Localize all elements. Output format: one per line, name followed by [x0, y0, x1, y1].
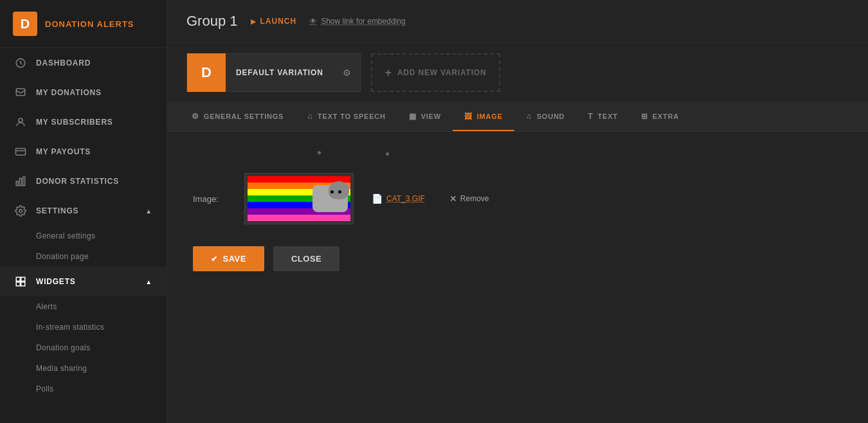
- cat-head: [329, 181, 349, 199]
- tab-general-settings[interactable]: ⚙ GENERAL SETTINGS: [180, 103, 295, 131]
- sidebar-label-my-subscribers: My Subscribers: [36, 118, 113, 127]
- svg-rect-10: [21, 277, 25, 281]
- svg-rect-11: [16, 282, 20, 286]
- tab-text[interactable]: T TEXT: [576, 103, 629, 131]
- variation-thumb: D: [187, 53, 226, 92]
- svg-rect-1: [16, 89, 25, 96]
- sidebar: D DONATION ALERTS Dashboard My Donations…: [0, 0, 167, 423]
- tab-gear-icon: ⚙: [192, 112, 199, 121]
- chevron-up-icon: ▲: [145, 208, 152, 215]
- sidebar-item-donation-goals[interactable]: Donation goals: [0, 338, 167, 358]
- tab-music-icon: ♫: [307, 112, 313, 121]
- plus-icon: +: [385, 66, 392, 80]
- tab-text-icon: T: [588, 112, 593, 121]
- launch-button[interactable]: ▶ LAUNCH: [251, 17, 297, 26]
- message-icon: [14, 86, 27, 99]
- gear-icon: [14, 204, 27, 217]
- sidebar-label-donor-statistics: Donor Statistics: [36, 177, 119, 186]
- image-preview: [244, 173, 354, 224]
- file-name[interactable]: CAT_3.GIF: [386, 194, 425, 203]
- variation-label: DEFAULT VARIATION: [226, 68, 334, 77]
- remove-x-icon: ✕: [449, 194, 457, 204]
- eye-icon: 👁: [309, 17, 317, 26]
- sidebar-item-alerts[interactable]: Alerts: [0, 296, 167, 317]
- variation-gear-icon[interactable]: ⚙: [334, 68, 360, 78]
- sidebar-item-my-donations[interactable]: My Donations: [0, 78, 167, 107]
- save-button[interactable]: ✔ SAVE: [193, 246, 264, 271]
- tab-sound-icon: ♫: [526, 112, 532, 121]
- dot-decoration-1: [386, 152, 389, 156]
- svg-rect-12: [21, 282, 25, 286]
- widgets-sub-nav: Alerts In-stream statistics Donation goa…: [0, 296, 167, 399]
- sidebar-item-my-payouts[interactable]: My Payouts: [0, 137, 167, 166]
- svg-rect-5: [16, 181, 18, 186]
- dot-decoration-2: [318, 151, 321, 154]
- group-title: Group 1: [186, 13, 238, 30]
- sidebar-item-widgets[interactable]: Widgets ▲: [0, 267, 167, 296]
- tab-sound[interactable]: ♫ SOUND: [514, 103, 577, 131]
- nyan-cat-image: [248, 176, 350, 221]
- sidebar-item-media-sharing[interactable]: Media sharing: [0, 358, 167, 379]
- cat-eye-left: [330, 190, 334, 194]
- sidebar-item-polls[interactable]: Polls: [0, 379, 167, 399]
- tab-image-icon: 🖼: [464, 112, 473, 121]
- chevron-up-icon-widgets: ▲: [145, 278, 152, 285]
- button-row: ✔ SAVE CLOSE: [193, 246, 842, 271]
- sidebar-label-my-payouts: My Payouts: [36, 147, 91, 156]
- widgets-icon: [14, 275, 27, 288]
- tab-view[interactable]: ▦ VIEW: [397, 103, 453, 131]
- image-section: Image: 📄 CAT_3.GIF: [193, 151, 842, 271]
- sidebar-label-my-donations: My Donations: [36, 88, 102, 97]
- chart-icon: [14, 175, 27, 188]
- variation-letter: D: [201, 64, 212, 81]
- tab-extra-icon: ⊞: [641, 112, 648, 121]
- svg-rect-3: [16, 148, 26, 156]
- sidebar-label-settings: Settings: [36, 206, 78, 215]
- cat-eye-right: [338, 190, 341, 194]
- tab-image[interactable]: 🖼 IMAGE: [453, 103, 514, 131]
- svg-rect-9: [16, 277, 20, 281]
- file-icon: 📄: [372, 194, 383, 204]
- tab-view-icon: ▦: [409, 112, 417, 121]
- sidebar-logo: D DONATION ALERTS: [0, 0, 167, 48]
- image-row: Image: 📄 CAT_3.GIF: [193, 173, 842, 224]
- main-content: Group 1 ▶ LAUNCH 👁 Show link for embeddi…: [167, 0, 868, 423]
- clock-icon: [14, 57, 27, 69]
- check-icon: ✔: [211, 255, 218, 264]
- user-icon: [14, 116, 27, 129]
- svg-rect-7: [23, 177, 25, 186]
- group-header: Group 1 ▶ LAUNCH 👁 Show link for embeddi…: [167, 0, 868, 43]
- remove-button[interactable]: ✕ Remove: [449, 194, 489, 204]
- settings-sub-nav: General settings Donation page: [0, 226, 167, 267]
- sidebar-label-dashboard: Dashboard: [36, 59, 91, 68]
- file-badge: 📄 CAT_3.GIF: [366, 191, 430, 206]
- svg-point-2: [19, 118, 23, 122]
- variations-row: D DEFAULT VARIATION ⚙ + ADD NEW VARIATIO…: [167, 43, 868, 103]
- sidebar-item-dashboard[interactable]: Dashboard: [0, 48, 167, 78]
- sidebar-item-settings[interactable]: Settings ▲: [0, 196, 167, 226]
- tab-extra[interactable]: ⊞ EXTRA: [629, 103, 691, 131]
- sidebar-label-widgets: Widgets: [36, 277, 76, 286]
- payout-icon: [14, 145, 27, 158]
- sidebar-item-in-stream-statistics[interactable]: In-stream statistics: [0, 317, 167, 338]
- close-button[interactable]: CLOSE: [273, 246, 339, 271]
- svg-rect-6: [20, 179, 22, 186]
- logo-icon: D: [13, 12, 37, 36]
- tab-text-to-speech[interactable]: ♫ TEXT TO SPEECH: [295, 103, 397, 131]
- play-icon: ▶: [251, 18, 257, 25]
- brand-name: DONATION ALERTS: [45, 19, 134, 29]
- image-label: Image:: [193, 194, 231, 204]
- sidebar-item-donation-page[interactable]: Donation page: [0, 246, 167, 267]
- sidebar-item-my-subscribers[interactable]: My Subscribers: [0, 107, 167, 137]
- default-variation-card[interactable]: D DEFAULT VARIATION ⚙: [186, 53, 361, 92]
- add-variation-button[interactable]: + ADD NEW VARIATION: [371, 53, 501, 92]
- svg-point-8: [19, 210, 23, 213]
- tabs-bar: ⚙ GENERAL SETTINGS ♫ TEXT TO SPEECH ▦ VI…: [167, 103, 868, 132]
- embed-link[interactable]: 👁 Show link for embedding: [309, 17, 405, 26]
- content-area: Image: 📄 CAT_3.GIF: [167, 132, 868, 423]
- sidebar-item-general-settings[interactable]: General settings: [0, 226, 167, 246]
- sidebar-item-donor-statistics[interactable]: Donor Statistics: [0, 166, 167, 196]
